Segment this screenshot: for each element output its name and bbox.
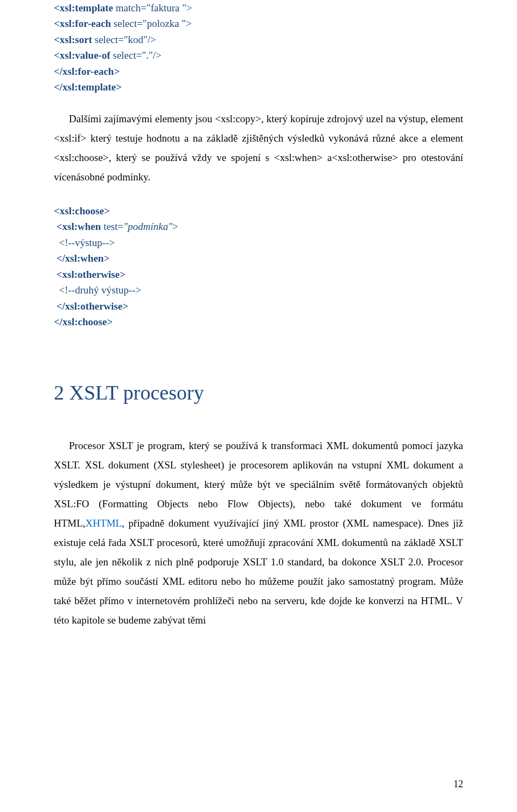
page-number: 12 — [453, 777, 463, 792]
para-text-b: , případně dokument využívající jiný XML… — [54, 517, 463, 626]
link-xhtml[interactable]: XHTML — [86, 517, 122, 529]
code-attr: select="kod"/> — [92, 34, 156, 45]
code-attr: select="polozka "> — [111, 18, 192, 29]
code-tag: <xsl:when — [54, 221, 101, 232]
code-comment: <!--druhý výstup--> — [54, 284, 141, 296]
code-tag: <xsl:sort — [54, 34, 92, 45]
paragraph-2: Procesor XSLT je program, který se použí… — [54, 436, 463, 631]
code-end: > — [172, 221, 178, 232]
code-attr: match="faktura "> — [113, 2, 192, 13]
para-text-a: Procesor XSLT je program, který se použí… — [54, 440, 463, 529]
code-tag: <xsl:otherwise> — [54, 269, 125, 280]
paragraph-1: Dalšími zajímavými elementy jsou <xsl:co… — [54, 109, 463, 187]
code-attr: test= — [101, 221, 123, 232]
code-tag: <xsl:template — [54, 2, 113, 13]
code-tag: </xsl:choose> — [54, 316, 113, 327]
document-page: <xsl:template match="faktura "> <xsl:for… — [0, 0, 517, 812]
code-tag: <xsl:value-of — [54, 50, 110, 61]
code-block-1: <xsl:template match="faktura "> <xsl:for… — [54, 0, 463, 95]
code-tag: </xsl:when> — [54, 253, 109, 264]
code-value: "podmínka" — [123, 221, 172, 232]
code-tag: <xsl:for-each — [54, 18, 111, 29]
code-tag: <xsl:choose> — [54, 205, 110, 216]
code-comment: <!--výstup--> — [54, 237, 115, 248]
code-tag: </xsl:for-each> — [54, 66, 120, 77]
code-tag: </xsl:template> — [54, 81, 122, 93]
code-attr: select="."/> — [110, 50, 162, 61]
section-heading: 2 XSLT procesory — [54, 377, 463, 408]
code-tag: </xsl:otherwise> — [54, 300, 128, 312]
code-block-2: <xsl:choose> <xsl:when test="podmínka"> … — [54, 203, 463, 330]
